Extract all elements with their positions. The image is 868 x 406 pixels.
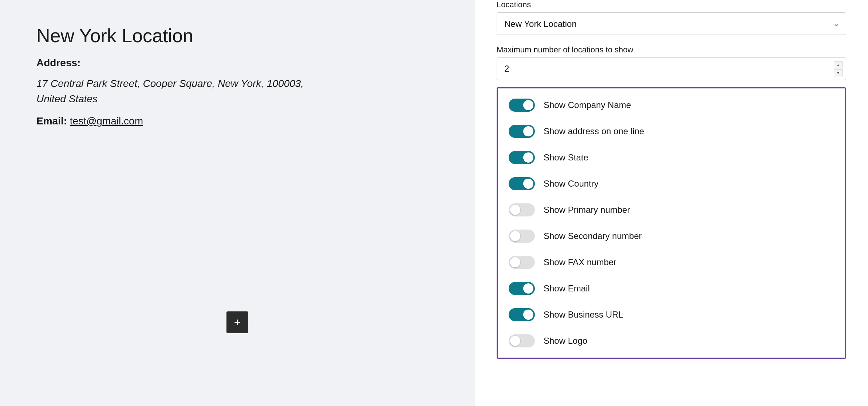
number-spinners: ▲ ▼: [834, 61, 843, 76]
toggle-label-show-country: Show Country: [544, 179, 599, 189]
toggle-thumb-show-fax-number: [510, 257, 520, 267]
max-locations-label: Maximum number of locations to show: [497, 45, 846, 55]
toggle-thumb-show-business-url: [523, 310, 533, 320]
toggle-switch-show-fax-number[interactable]: [509, 256, 535, 269]
toggle-label-show-email: Show Email: [544, 283, 590, 294]
toggle-switch-show-logo[interactable]: [509, 334, 535, 347]
toggle-track-show-address-one-line: [509, 125, 535, 138]
toggle-row-show-secondary-number: Show Secondary number: [509, 223, 834, 249]
toggle-track-show-country: [509, 177, 535, 190]
toggle-thumb-show-address-one-line: [523, 126, 533, 136]
toggle-track-show-fax-number: [509, 256, 535, 269]
toggle-row-show-state: Show State: [509, 144, 834, 171]
email-label: Email:: [36, 115, 67, 127]
email-link[interactable]: test@gmail.com: [70, 115, 143, 127]
toggle-thumb-show-country: [523, 179, 533, 189]
toggle-row-show-country: Show Country: [509, 171, 834, 197]
max-locations-input-wrapper: ▲ ▼: [497, 57, 846, 80]
location-card: New York Location Address: 17 Central Pa…: [22, 15, 320, 175]
toggle-switch-show-secondary-number[interactable]: [509, 230, 535, 243]
toggle-track-show-secondary-number: [509, 230, 535, 243]
address-label: Address:: [36, 57, 306, 69]
toggle-switch-show-country[interactable]: [509, 177, 535, 190]
toggle-row-show-business-url: Show Business URL: [509, 302, 834, 328]
toggle-track-show-primary-number: [509, 203, 535, 216]
toggle-thumb-show-primary-number: [510, 205, 520, 215]
toggle-label-show-logo: Show Logo: [544, 336, 587, 346]
toggle-track-show-company-name: [509, 99, 535, 112]
toggle-row-show-primary-number: Show Primary number: [509, 197, 834, 223]
toggle-track-show-business-url: [509, 308, 535, 321]
toggle-row-show-company-name: Show Company Name: [509, 92, 834, 118]
toggle-label-show-company-name: Show Company Name: [544, 100, 631, 110]
toggle-label-show-fax-number: Show FAX number: [544, 257, 616, 267]
location-select-wrapper: New York Location ⌄: [497, 12, 846, 35]
toggle-thumb-show-company-name: [523, 100, 533, 110]
toggle-label-show-address-one-line: Show address on one line: [544, 126, 644, 136]
toggle-label-show-state: Show State: [544, 152, 588, 163]
toggle-thumb-show-logo: [510, 336, 520, 346]
spinner-up-button[interactable]: ▲: [834, 61, 843, 68]
location-select[interactable]: New York Location: [497, 12, 846, 35]
toggle-track-show-email: [509, 282, 535, 295]
toggles-container: Show Company NameShow address on one lin…: [497, 87, 846, 359]
toggle-row-show-fax-number: Show FAX number: [509, 249, 834, 275]
toggle-switch-show-business-url[interactable]: [509, 308, 535, 321]
toggle-switch-show-email[interactable]: [509, 282, 535, 295]
toggle-label-show-business-url: Show Business URL: [544, 310, 623, 320]
toggle-label-show-primary-number: Show Primary number: [544, 205, 630, 215]
toggle-switch-show-primary-number[interactable]: [509, 203, 535, 216]
address-text: 17 Central Park Street, Cooper Square, N…: [36, 76, 306, 107]
toggle-thumb-show-secondary-number: [510, 231, 520, 241]
toggle-switch-show-state[interactable]: [509, 151, 535, 164]
add-block-button[interactable]: +: [226, 311, 248, 333]
toggle-thumb-show-email: [523, 283, 533, 294]
toggle-track-show-logo: [509, 334, 535, 347]
plus-icon: +: [234, 317, 241, 328]
email-line: Email: test@gmail.com: [36, 115, 306, 127]
toggle-switch-show-company-name[interactable]: [509, 99, 535, 112]
toggle-thumb-show-state: [523, 152, 533, 163]
max-locations-input[interactable]: [497, 57, 846, 80]
toggle-row-show-email: Show Email: [509, 275, 834, 302]
toggle-track-show-state: [509, 151, 535, 164]
location-title: New York Location: [36, 25, 306, 46]
toggle-row-show-logo: Show Logo: [509, 328, 834, 354]
settings-panel: Locations New York Location ⌄ Maximum nu…: [475, 0, 868, 406]
preview-area: New York Location Address: 17 Central Pa…: [0, 0, 475, 406]
spinner-down-button[interactable]: ▼: [834, 69, 843, 76]
toggle-label-show-secondary-number: Show Secondary number: [544, 231, 642, 241]
locations-label: Locations: [497, 0, 846, 9]
toggle-switch-show-address-one-line[interactable]: [509, 125, 535, 138]
toggle-row-show-address-one-line: Show address on one line: [509, 118, 834, 144]
